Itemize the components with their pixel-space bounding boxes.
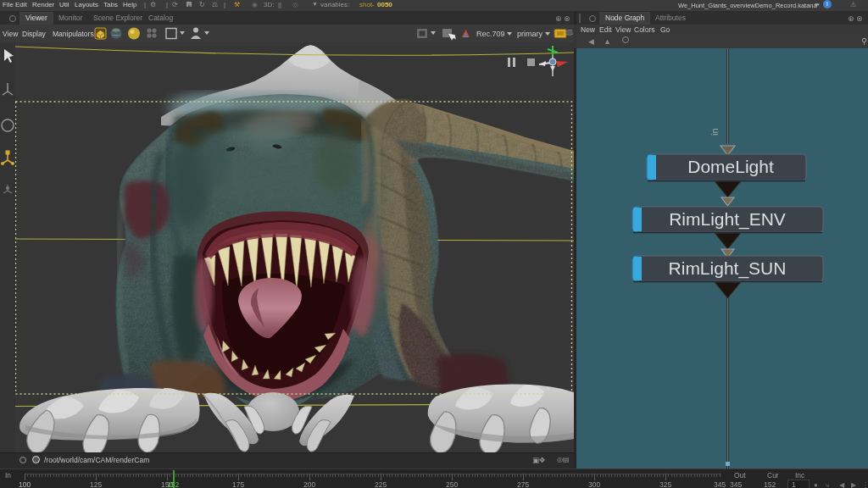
svg-text:RimLight_SUN: RimLight_SUN [669,258,787,279]
svg-text:RimLight_ENV: RimLight_ENV [669,209,786,230]
svg-text:primary: primary [517,30,543,38]
svg-text:DomeLight: DomeLight [687,157,774,176]
svg-text:in: in [709,128,720,136]
svg-text:Rec.709: Rec.709 [476,30,505,38]
